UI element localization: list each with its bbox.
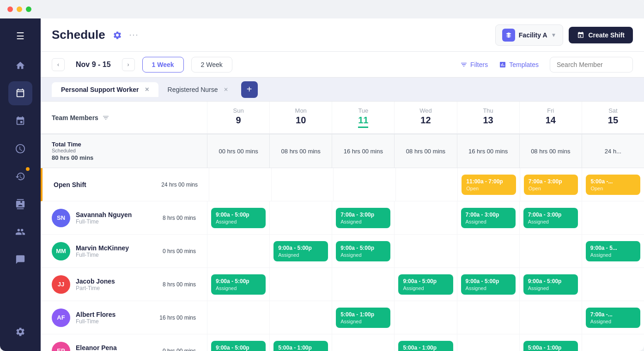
staff-info: EP Eleanor Pena Casual 0 hrs 00 mins: [41, 334, 207, 351]
shift-block[interactable]: 5:00a -... Open: [586, 175, 640, 195]
shift-cell-row0-day6[interactable]: 5:00a -... Open: [582, 168, 644, 201]
total-cell-day-3: 08 hrs 00 mins: [394, 134, 456, 168]
col-header-thu-13: Thu 13: [457, 102, 519, 133]
main-content: Schedule ··· Facility A ▼ Creat: [41, 18, 644, 351]
sidebar-item-team[interactable]: [8, 220, 32, 244]
sidebar-item-schedule[interactable]: [8, 81, 32, 105]
sidebar-item-settings[interactable]: [8, 320, 32, 344]
facility-selector[interactable]: Facility A ▼: [495, 24, 564, 46]
shift-block[interactable]: 9:00a - 5:00p Assigned: [211, 341, 266, 351]
calendar-icon: [15, 88, 25, 98]
shift-block[interactable]: 7:00a - 3:00p Assigned: [523, 208, 578, 228]
shift-cell-row2-day4: [457, 235, 519, 267]
shift-cell-row5-day2: [332, 334, 394, 351]
sidebar-item-chat[interactable]: [8, 248, 32, 272]
open-shift-info: Open Shift 24 hrs 00 mins: [43, 168, 209, 201]
col-header-fri-14: Fri 14: [519, 102, 582, 133]
staff-info: MM Marvin McKinney Full-Time 0 hrs 00 mi…: [41, 235, 207, 267]
app-window: ☰: [0, 0, 644, 351]
shift-block[interactable]: 9:00a - 5... Assigned: [586, 241, 640, 261]
total-time-row: Total Time Scheduled 80 hrs 00 mins 00 h…: [41, 134, 644, 168]
shift-cell-row1-day4[interactable]: 7:00a - 3:00p Assigned: [457, 201, 519, 234]
tab-personal-support-worker[interactable]: Personal Support Worker ✕: [52, 82, 158, 97]
shift-block[interactable]: 7:00a -... Assigned: [586, 308, 640, 328]
add-role-button[interactable]: +: [241, 81, 258, 98]
shift-cell-row0-day5[interactable]: 7:00a - 3:00p Open: [520, 168, 582, 201]
shift-cell-row5-day6: [582, 334, 644, 351]
sidebar-item-home[interactable]: [8, 54, 32, 78]
sidebar-item-contacts[interactable]: [8, 192, 32, 216]
maximize-button[interactable]: [26, 6, 31, 12]
shift-cell-row2-day0: [207, 235, 269, 267]
members-filter-icon[interactable]: [102, 114, 109, 121]
col-header-sun-9: Sun 9: [207, 102, 269, 133]
shift-cell-row4-day2[interactable]: 5:00a - 1:00p Assigned: [332, 301, 394, 334]
minimize-button[interactable]: [17, 6, 22, 12]
one-week-button[interactable]: 1 Week: [142, 57, 184, 73]
shift-cell-row4-day6[interactable]: 7:00a -... Assigned: [582, 301, 644, 334]
menu-button[interactable]: ☰: [12, 26, 29, 46]
calendar-plus-icon: [577, 31, 584, 39]
shift-cell-row3-day5[interactable]: 9:00a - 5:00p Assigned: [519, 268, 582, 301]
shift-block[interactable]: 9:00a - 5:00p Assigned: [211, 274, 266, 295]
shift-cell-row0-day1: [271, 168, 334, 201]
tab-registered-nurse[interactable]: Registered Nurse ✕: [158, 82, 237, 97]
close-button[interactable]: [7, 6, 13, 12]
shift-cell-row2-day2[interactable]: 9:00a - 5:00p Assigned: [332, 235, 394, 267]
shift-block[interactable]: 9:00a - 5:00p Assigned: [336, 241, 390, 261]
shift-block[interactable]: 9:00a - 5:00p Assigned: [398, 274, 453, 295]
shift-block[interactable]: 9:00a - 5:00p Assigned: [461, 274, 516, 295]
shift-cell-row2-day6[interactable]: 9:00a - 5... Assigned: [582, 235, 644, 267]
shift-cell-row0-day4[interactable]: 11:00a - 7:00p Open: [457, 168, 520, 201]
more-options-button[interactable]: ···: [129, 30, 139, 40]
two-week-button[interactable]: 2 Week: [191, 57, 232, 73]
shift-cell-row5-day3[interactable]: 5:00a - 1:00p Assigned: [394, 334, 456, 351]
sidebar-item-myschedule[interactable]: [8, 109, 32, 133]
settings-gear-icon[interactable]: [113, 30, 122, 40]
shift-block[interactable]: 7:00a - 3:00p Assigned: [336, 208, 390, 228]
shift-cell-row1-day5[interactable]: 7:00a - 3:00p Assigned: [519, 201, 582, 234]
shift-cell-row3-day2: [332, 268, 394, 301]
close-tab-psw[interactable]: ✕: [145, 86, 149, 93]
column-headers: Team Members Sun 9 Mon 10 Tue 11 Wed 12 …: [41, 102, 644, 134]
shift-cell-row5-day4: [457, 334, 519, 351]
sidebar: ☰: [0, 18, 41, 351]
col-header-mon-10: Mon 10: [269, 102, 332, 133]
shift-cell-row3-day1: [269, 268, 332, 301]
search-member-input[interactable]: [550, 57, 633, 73]
shift-block[interactable]: 5:00a - 1:00p Assigned: [336, 308, 390, 328]
shift-cell-row2-day1[interactable]: 9:00a - 5:00p Assigned: [269, 235, 332, 267]
shift-cell-row1-day2[interactable]: 7:00a - 3:00p Assigned: [332, 201, 394, 234]
shift-block[interactable]: 5:00a - 1:00p Assigned: [398, 341, 453, 351]
shift-block[interactable]: 9:00a - 5:00p Assigned: [211, 208, 266, 228]
sidebar-item-clock[interactable]: [8, 137, 32, 161]
contacts-icon: [15, 199, 25, 209]
avatar: MM: [52, 242, 70, 260]
templates-button[interactable]: Templates: [499, 61, 539, 68]
shift-block[interactable]: 5:00a - 1:00p Assigned: [273, 341, 328, 351]
filters-button[interactable]: Filters: [460, 61, 488, 68]
shift-block[interactable]: 9:00a - 5:00p Assigned: [273, 241, 328, 261]
staff-row: AF Albert Flores Full-Time 16 hrs 00 min…: [41, 301, 644, 334]
shift-cell-row3-day3[interactable]: 9:00a - 5:00p Assigned: [394, 268, 456, 301]
shift-cell-row3-day4[interactable]: 9:00a - 5:00p Assigned: [457, 268, 519, 301]
chevron-down-icon: ▼: [551, 32, 557, 38]
sidebar-item-history[interactable]: [8, 164, 32, 188]
shift-cell-row1-day0[interactable]: 9:00a - 5:00p Assigned: [207, 201, 269, 234]
next-week-button[interactable]: ›: [122, 58, 135, 71]
shift-cell-row3-day0[interactable]: 9:00a - 5:00p Assigned: [207, 268, 269, 301]
role-tabs: Personal Support Worker ✕ Registered Nur…: [41, 78, 644, 102]
shift-block[interactable]: 11:00a - 7:00p Open: [462, 175, 516, 195]
prev-week-button[interactable]: ‹: [52, 58, 65, 71]
create-shift-button[interactable]: Create Shift: [569, 27, 633, 43]
shift-block[interactable]: 9:00a - 5:00p Assigned: [523, 274, 578, 295]
shift-block[interactable]: 7:00a - 3:00p Open: [524, 175, 578, 195]
shift-cell-row5-day1[interactable]: 5:00a - 1:00p Assigned: [269, 334, 332, 351]
close-tab-rn[interactable]: ✕: [224, 86, 228, 93]
shift-block[interactable]: 7:00a - 3:00p Assigned: [461, 208, 516, 228]
filter-icon: [460, 61, 468, 68]
shift-cell-row5-day0[interactable]: 9:00a - 5:00p Assigned: [207, 334, 269, 351]
shift-block[interactable]: 5:00a - 1:00p Assigned: [523, 341, 578, 351]
home-icon: [15, 61, 25, 71]
shift-cell-row5-day5[interactable]: 5:00a - 1:00p Assigned: [519, 334, 582, 351]
